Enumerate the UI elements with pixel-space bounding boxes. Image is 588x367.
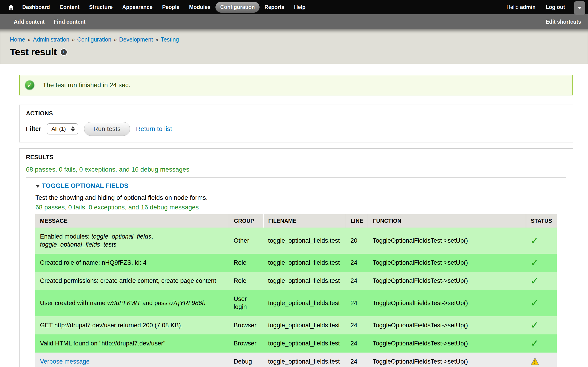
chevron-down-icon (578, 7, 582, 9)
cell-message: Created role of name: nHQ9fFZS, id: 4 (35, 254, 229, 272)
message-text: Created permissions: create article cont… (40, 277, 216, 284)
message-emphasis: toggle_optional_fields (91, 233, 151, 240)
cell-message: Valid HTML found on "http://drupal7.dev/… (35, 334, 229, 352)
cell-function: ToggleOptionalFieldsTest->setUp() (368, 227, 526, 254)
cell-group: Role (229, 254, 263, 272)
breadcrumb-link-development[interactable]: Development (119, 36, 153, 43)
results-table-header: MESSAGEGROUPFILENAMELINEFUNCTIONSTATUS (35, 214, 557, 227)
cell-filename: toggle_optional_fields.test (263, 254, 346, 272)
cell-status: ✓ (526, 254, 557, 272)
cell-line: 24 (346, 254, 368, 272)
toolbar-item-content[interactable]: Content (55, 2, 84, 13)
test-group-legend[interactable]: TOGGLE OPTIONAL FIELDS (35, 182, 557, 190)
cell-function: ToggleOptionalFieldsTest->setUp() (368, 254, 526, 272)
pass-check-icon: ✓ (531, 297, 539, 309)
cell-filename: toggle_optional_fields.test (263, 352, 346, 367)
cell-message: Enabled modules: toggle_optional_fields,… (35, 227, 229, 254)
cell-function: ToggleOptionalFieldsTest->setUp() (368, 334, 526, 352)
cell-status (526, 352, 557, 367)
cell-filename: toggle_optional_fields.test (263, 334, 346, 352)
table-row: Created role of name: nHQ9fFZS, id: 4Rol… (35, 254, 557, 272)
breadcrumb-separator: » (114, 36, 117, 43)
actions-fieldset: ACTIONS Filter All (1) Run tests Return … (19, 105, 573, 142)
table-row: Enabled modules: toggle_optional_fields,… (35, 227, 557, 254)
cell-status: ✓ (526, 334, 557, 352)
table-row: Verbose messageDebugtoggle_optional_fiel… (35, 352, 557, 367)
message-text: and pass (141, 300, 169, 307)
toolbar-item-appearance[interactable]: Appearance (117, 2, 157, 13)
toolbar-toggle-button[interactable] (574, 1, 585, 15)
test-group-description: Test the showing and hiding of optional … (35, 194, 557, 201)
logout-link[interactable]: Log out (546, 4, 565, 10)
greeting-text: Hello admin (506, 4, 536, 10)
cell-status: ✓ (526, 316, 557, 334)
table-row: GET http://drupal7.dev/user returned 200… (35, 316, 557, 334)
edit-shortcuts-link[interactable]: Edit shortcuts (545, 19, 581, 25)
status-message: ✓ The test run finished in 24 sec. (19, 75, 573, 95)
return-to-list-link[interactable]: Return to list (136, 125, 172, 133)
cell-message: GET http://drupal7.dev/user returned 200… (35, 316, 229, 334)
toolbar-item-people[interactable]: People (157, 2, 184, 13)
select-arrows-icon (71, 126, 75, 132)
cell-line: 24 (346, 316, 368, 334)
results-table: MESSAGEGROUPFILENAMELINEFUNCTIONSTATUS E… (35, 214, 557, 367)
verbose-message-link[interactable]: Verbose message (40, 358, 90, 365)
column-header-line: LINE (346, 214, 368, 227)
breadcrumb-separator: » (72, 36, 75, 43)
breadcrumb-link-testing[interactable]: Testing (161, 36, 179, 43)
shortcut-item-find-content[interactable]: Find content (49, 17, 90, 27)
cell-function: ToggleOptionalFieldsTest->setUp() (368, 272, 526, 290)
results-summary: 68 passes, 0 fails, 0 exceptions, and 16… (26, 166, 566, 173)
toolbar-item-dashboard[interactable]: Dashboard (17, 2, 55, 13)
test-group-fieldset: TOGGLE OPTIONAL FIELDS Test the showing … (26, 177, 566, 367)
cell-group: User login (229, 290, 263, 316)
cell-group: Browser (229, 316, 263, 334)
cell-status: ✓ (526, 227, 557, 254)
breadcrumb-link-home[interactable]: Home (10, 36, 25, 43)
cell-line: 20 (346, 227, 368, 254)
greeting-prefix: Hello (506, 4, 520, 10)
results-fieldset: RESULTS 68 passes, 0 fails, 0 exceptions… (19, 148, 573, 367)
filter-select[interactable]: All (1) (47, 123, 78, 134)
run-tests-button[interactable]: Run tests (84, 122, 130, 136)
pass-check-icon: ✓ (531, 257, 539, 268)
shortcut-item-add-content[interactable]: Add content (9, 17, 49, 27)
cell-group: Browser (229, 334, 263, 352)
breadcrumb-separator: » (155, 36, 158, 43)
cell-group: Other (229, 227, 263, 254)
toolbar-item-help[interactable]: Help (289, 2, 310, 13)
toolbar-account-area: Hello admin Log out (506, 4, 583, 10)
admin-toolbar: DashboardContentStructureAppearancePeopl… (0, 0, 588, 14)
breadcrumb-link-administration[interactable]: Administration (33, 36, 69, 43)
message-text: Enabled modules: (40, 233, 91, 240)
filter-label: Filter (26, 125, 41, 133)
home-icon[interactable] (5, 0, 17, 14)
message-text: GET http://drupal7.dev/user returned 200… (40, 322, 183, 329)
pass-check-icon: ✓ (531, 235, 539, 246)
shortcut-items: Add contentFind content (9, 17, 90, 27)
cell-status: ✓ (526, 272, 557, 290)
pass-check-icon: ✓ (531, 319, 539, 331)
cell-group: Debug (229, 352, 263, 367)
cell-filename: toggle_optional_fields.test (263, 272, 346, 290)
page-header-region: Home»Administration»Configuration»Develo… (0, 29, 588, 64)
breadcrumb-link-configuration[interactable]: Configuration (77, 36, 111, 43)
test-group-title[interactable]: TOGGLE OPTIONAL FIELDS (42, 182, 128, 190)
actions-legend: ACTIONS (26, 110, 566, 117)
cell-message: Verbose message (35, 352, 229, 367)
column-header-group: GROUP (229, 214, 263, 227)
toolbar-item-configuration[interactable]: Configuration (216, 2, 260, 13)
status-ok-icon: ✓ (25, 80, 35, 90)
message-text: Created role of name: nHQ9fFZS, id: 4 (40, 259, 147, 266)
cell-line: 24 (346, 334, 368, 352)
table-row: Valid HTML found on "http://drupal7.dev/… (35, 334, 557, 352)
pass-check-icon: ✓ (531, 275, 539, 286)
results-legend: RESULTS (26, 154, 566, 161)
cell-function: ToggleOptionalFieldsTest->setUp() (368, 316, 526, 334)
toolbar-item-reports[interactable]: Reports (259, 2, 289, 13)
toolbar-item-structure[interactable]: Structure (84, 2, 117, 13)
toolbar-item-modules[interactable]: Modules (184, 2, 215, 13)
status-message-text: The test run finished in 24 sec. (43, 81, 130, 89)
message-text: Valid HTML found on "http://drupal7.dev/… (40, 340, 165, 347)
add-shortcut-icon[interactable]: + (61, 49, 67, 55)
